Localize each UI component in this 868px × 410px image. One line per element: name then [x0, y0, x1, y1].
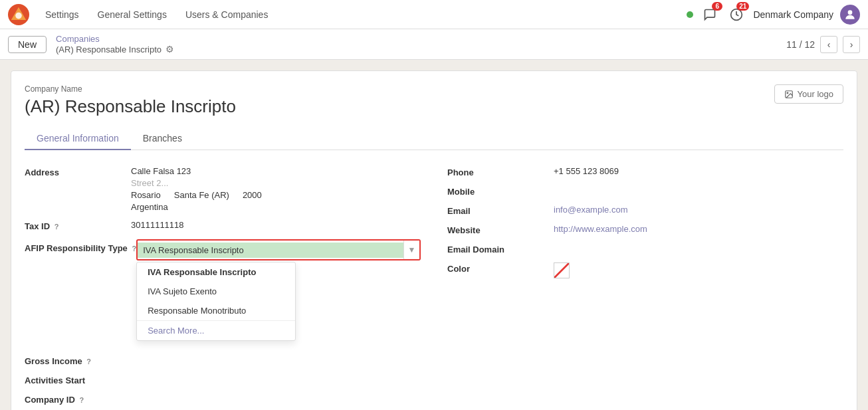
color-field-row: Color [447, 258, 843, 282]
new-button[interactable]: New [8, 36, 47, 53]
company-title: (AR) Responsable Inscripto [25, 96, 236, 117]
breadcrumb: Companies (AR) Responsable Inscripto ⚙ [56, 34, 174, 54]
afip-label: AFIP Responsibility Type ? [25, 239, 136, 253]
afip-option-2[interactable]: Responsable Monotributo [137, 301, 295, 320]
afip-search-more[interactable]: Search More... [137, 320, 295, 340]
user-avatar[interactable] [840, 5, 860, 25]
afip-dropdown-wrapper: IVA Responsable Inscripto ▼ IVA Responsa… [136, 239, 421, 260]
address-value: Calle Falsa 123 Street 2... Rosario Sant… [131, 166, 421, 212]
breadcrumb-current-text: (AR) Responsable Inscripto [56, 45, 162, 54]
afip-option-0[interactable]: IVA Responsable Inscripto [137, 262, 295, 282]
tax-id-help[interactable]: ? [54, 223, 59, 231]
breadcrumb-parent[interactable]: Companies [56, 34, 174, 44]
company-id-field-row: Company ID ? [25, 389, 421, 409]
color-null-indicator [554, 263, 569, 278]
address-city[interactable]: Rosario [131, 190, 161, 200]
avatar-icon [843, 8, 857, 21]
app-logo[interactable] [8, 4, 29, 25]
afip-help[interactable]: ? [132, 245, 136, 253]
email-domain-label: Email Domain [447, 243, 554, 255]
color-picker[interactable] [554, 262, 570, 278]
tab-branches[interactable]: Branches [131, 128, 194, 150]
nav-general-settings[interactable]: General Settings [90, 5, 175, 24]
address-street2[interactable]: Street 2... [131, 178, 421, 188]
address-state[interactable]: Santa Fe (AR) [174, 190, 229, 200]
tabs: General Information Branches [25, 128, 843, 150]
address-block: Calle Falsa 123 Street 2... Rosario Sant… [131, 166, 421, 212]
company-title-block: Company Name (AR) Responsable Inscripto [25, 84, 236, 117]
company-id-label: Company ID ? [25, 393, 131, 405]
online-status-dot [687, 11, 693, 18]
messages-badge: 6 [712, 2, 722, 11]
afip-dropdown-arrow[interactable]: ▼ [403, 241, 419, 259]
afip-selected-value: IVA Responsable Inscripto [138, 243, 403, 258]
email-value[interactable]: info@example.com [554, 205, 843, 215]
messages-button[interactable]: 6 [700, 5, 720, 25]
website-value[interactable]: http://www.example.com [554, 224, 843, 234]
color-label: Color [447, 262, 554, 274]
nav-menu: Settings General Settings Users & Compan… [37, 5, 687, 24]
company-header: Company Name (AR) Responsable Inscripto … [25, 84, 843, 117]
company-id-help[interactable]: ? [79, 396, 84, 404]
pagination: 11 / 12 ‹ › [786, 36, 860, 53]
email-domain-field-row: Email Domain [447, 239, 843, 258]
svg-point-2 [15, 12, 22, 19]
address-zip[interactable]: 2000 [243, 190, 262, 200]
form-card: Company Name (AR) Responsable Inscripto … [11, 70, 857, 410]
website-label: Website [447, 224, 554, 235]
gross-income-field-row: Gross Income ? [25, 351, 421, 370]
settings-gear-icon[interactable]: ⚙ [165, 44, 174, 54]
right-column: Phone +1 555 123 8069 Mobile Email info@… [447, 162, 843, 410]
website-field-row: Website http://www.example.com [447, 220, 843, 239]
navbar-right: 6 21 Denmark Company [687, 5, 860, 25]
main-content: Company Name (AR) Responsable Inscripto … [0, 60, 868, 410]
address-label: Address [25, 166, 131, 177]
upload-logo-button[interactable]: Your logo [774, 84, 843, 104]
nav-settings[interactable]: Settings [37, 5, 87, 24]
gross-income-label: Gross Income ? [25, 355, 131, 366]
action-bar: New Companies (AR) Responsable Inscripto… [0, 29, 868, 60]
activities-start-label: Activities Start [25, 374, 131, 385]
page-info: 11 / 12 [786, 39, 815, 50]
activities-start-field-row: Activities Start [25, 370, 421, 389]
prev-page-button[interactable]: ‹ [820, 36, 837, 53]
afip-dropdown-menu: IVA Responsable Inscripto IVA Sujeto Exe… [136, 262, 296, 341]
phone-label: Phone [447, 166, 554, 177]
company-name-display: Denmark Company [753, 9, 833, 20]
address-field-row: Address Calle Falsa 123 Street 2... Rosa… [25, 162, 421, 216]
svg-point-6 [787, 92, 788, 94]
address-country[interactable]: Argentina [131, 202, 421, 212]
color-value [554, 262, 843, 278]
tax-id-label: Tax ID ? [25, 220, 131, 231]
company-name-label: Company Name [25, 84, 236, 94]
afip-option-1[interactable]: IVA Sujeto Exento [137, 282, 295, 301]
email-label: Email [447, 205, 554, 216]
phone-value[interactable]: +1 555 123 8069 [554, 166, 843, 176]
next-page-button[interactable]: › [843, 36, 860, 53]
left-column: Address Calle Falsa 123 Street 2... Rosa… [25, 162, 421, 410]
email-field-row: Email info@example.com [447, 201, 843, 220]
logo-label: Your logo [798, 89, 833, 99]
form-grid: Address Calle Falsa 123 Street 2... Rosa… [25, 162, 843, 410]
navbar: Settings General Settings Users & Compan… [0, 0, 868, 29]
gross-income-help[interactable]: ? [86, 358, 91, 365]
tax-id-value[interactable]: 30111111118 [131, 220, 421, 230]
nav-users-companies[interactable]: Users & Companies [177, 5, 276, 24]
mobile-label: Mobile [447, 185, 554, 197]
address-street1[interactable]: Calle Falsa 123 [131, 166, 421, 176]
mobile-field-row: Mobile [447, 181, 843, 201]
svg-point-4 [848, 10, 853, 15]
afip-dropdown-input[interactable]: IVA Responsable Inscripto ▼ [136, 239, 421, 260]
tab-general[interactable]: General Information [25, 128, 131, 150]
address-inline: Rosario Santa Fe (AR) 2000 [131, 190, 421, 200]
tax-id-field-row: Tax ID ? 30111111118 [25, 216, 421, 235]
activity-button[interactable]: 21 [726, 5, 746, 25]
breadcrumb-current: (AR) Responsable Inscripto ⚙ [56, 44, 174, 54]
image-icon [784, 90, 794, 99]
afip-field-row: AFIP Responsibility Type ? IVA Responsab… [25, 235, 421, 264]
activity-badge: 21 [736, 2, 749, 11]
phone-field-row: Phone +1 555 123 8069 [447, 162, 843, 181]
